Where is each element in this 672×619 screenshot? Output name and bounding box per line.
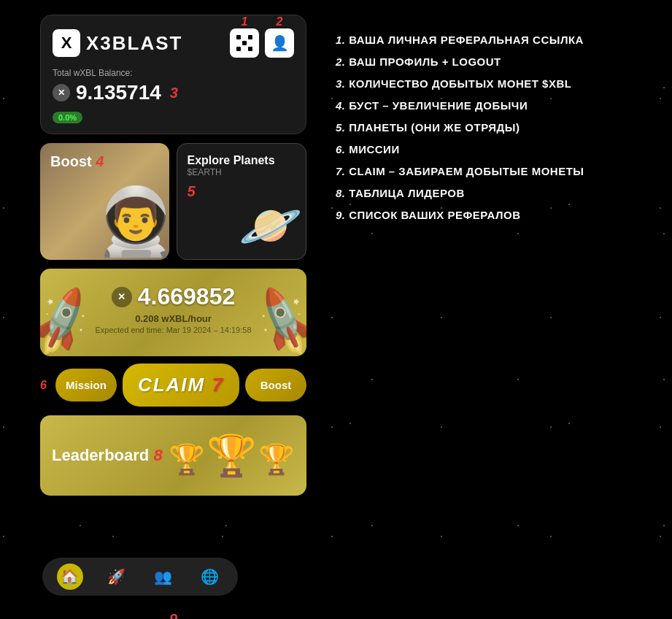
qr-icon (236, 35, 252, 51)
qr-cell (248, 35, 252, 39)
instr-num: 9. (336, 209, 346, 221)
qr-button-wrapper: 1 (230, 28, 259, 58)
planet-icon: 🪐 (239, 196, 302, 255)
instruction-item: 3. КОЛИЧЕСТВО ДОБЫТЫХ МОНЕТ $XBL (336, 73, 657, 95)
action-row: 6 Mission CLAIM 7 Boost (40, 364, 306, 407)
percent-badge: 0.0% (53, 110, 294, 123)
instr-num: 1. (336, 34, 346, 46)
instruction-item: 1. ВАША ЛИЧНАЯ РЕФЕРАЛЬНАЯ ССЫЛКА (336, 29, 657, 51)
num3-badge: 3 (170, 85, 178, 101)
boost-action-button[interactable]: Boost (245, 369, 306, 401)
instr-num: 4. (336, 99, 346, 112)
instr-num: 6. (336, 143, 346, 155)
instr-num: 8. (336, 187, 346, 199)
astronaut-icon: 👨‍🚀 (95, 183, 169, 260)
profile-button-wrapper: 2 👤 (265, 28, 294, 58)
boost-title: Boost 4 (50, 153, 159, 170)
num2-badge: 2 (277, 15, 283, 28)
num6-badge: 6 (40, 379, 47, 392)
trophy-bronze-icon: 🏆 (258, 442, 295, 477)
logo-icon: X (53, 29, 80, 57)
nav-home[interactable]: 🏠 (57, 564, 83, 590)
nav-users[interactable]: 👥 (150, 564, 177, 590)
instructions-list: 1. ВАША ЛИЧНАЯ РЕФЕРАЛЬНАЯ ССЫЛКА2. ВАШ … (336, 29, 657, 226)
instr-num: 7. (336, 165, 346, 177)
num9-badge: 9 (169, 611, 177, 619)
instruction-item: 5. ПЛАНЕТЫ (ОНИ ЖЕ ОТРЯДЫ) (336, 117, 657, 139)
instr-num: 2. (336, 55, 346, 68)
claim-label: CLAIM (138, 374, 205, 396)
instructions-panel: 1. ВАША ЛИЧНАЯ РЕФЕРАЛЬНАЯ ССЫЛКА2. ВАШ … (336, 29, 657, 226)
qr-button[interactable] (230, 28, 259, 58)
planet-num: 5 (188, 183, 196, 199)
num1-badge: 1 (242, 15, 248, 28)
explore-subtitle: $EARTH (188, 167, 296, 177)
instruction-item: 9. СПИСОК ВАШИХ РЕФЕРАЛОВ (336, 204, 657, 226)
left-panel: X X3BLAST 1 (40, 15, 306, 504)
logo: X X3BLAST (53, 29, 182, 57)
trophies: 🏆 🏆 🏆 (169, 432, 295, 480)
leaderboard-card[interactable]: Leaderboard 8 🏆 🏆 🏆 (40, 415, 306, 496)
leaderboard-num: 8 (153, 446, 162, 464)
balance-row: ✕ 9.135714 3 (53, 81, 294, 104)
instruction-item: 4. БУСТ – УВЕЛИЧЕНИЕ ДОБЫЧИ (336, 95, 657, 117)
boost-num: 4 (96, 153, 104, 169)
qr-cell (242, 41, 247, 45)
mission-button[interactable]: Mission (55, 369, 117, 401)
mining-card: 🚀 ✕ 4.669852 0.208 wXBL/hour Expected en… (40, 269, 306, 356)
balance-label: Total wXBL Balance: (53, 68, 294, 78)
logo-text: X3BLAST (86, 32, 182, 55)
balance-value: 9.135714 (76, 81, 161, 104)
mining-value: 4.669852 (138, 283, 235, 310)
instr-num: 5. (336, 121, 346, 134)
qr-cell (242, 47, 247, 51)
nav-rocket[interactable]: 🚀 (104, 564, 130, 590)
qr-cell (236, 41, 241, 45)
leaderboard-label: Leaderboard (52, 446, 149, 464)
bottom-nav: 🏠 🚀 👥 🌐 (42, 558, 238, 596)
qr-cell (236, 47, 241, 51)
wallet-card: X X3BLAST 1 (40, 15, 306, 134)
qr-cell (242, 35, 247, 39)
header-icons: 1 (230, 28, 294, 58)
nav-globe[interactable]: 🌐 (197, 564, 223, 590)
instruction-item: 7. CLAIM – ЗАБИРАЕМ ДОБЫТЫЕ МОНЕТЫ (336, 161, 657, 182)
claim-num: 7 (212, 374, 224, 396)
claim-button[interactable]: CLAIM 7 (123, 364, 239, 407)
boost-label: Boost (50, 153, 92, 169)
instruction-item: 8. ТАБЛИЦА ЛИДЕРОВ (336, 182, 657, 204)
instruction-item: 6. МИССИИ (336, 139, 657, 161)
leaderboard-title-container: Leaderboard 8 (52, 446, 163, 465)
profile-button[interactable]: 👤 (265, 28, 294, 58)
person-icon: 👤 (271, 34, 289, 52)
boost-card[interactable]: Boost 4 👨‍🚀 (40, 143, 169, 260)
percent-value: 0.0% (53, 112, 82, 123)
qr-cell (236, 35, 241, 39)
qr-cell (248, 47, 252, 51)
instruction-item: 2. ВАШ ПРОФИЛЬ + LOGOUT (336, 51, 657, 73)
qr-cell (248, 41, 252, 45)
trophy-gold-icon: 🏆 (206, 432, 257, 480)
mining-xbl-icon: ✕ (112, 287, 132, 307)
explore-title: Explore Planets (188, 154, 296, 167)
xbl-icon: ✕ (53, 84, 70, 101)
instr-num: 3. (336, 77, 346, 90)
explore-card[interactable]: Explore Planets $EARTH 5 🪐 (177, 143, 307, 260)
trophy-silver-icon: 🏆 (169, 442, 205, 477)
leaderboard-title: Leaderboard 8 (52, 446, 163, 464)
card-header: X X3BLAST 1 (53, 28, 294, 58)
middle-row: Boost 4 👨‍🚀 Explore Planets $EARTH 5 🪐 (40, 143, 306, 260)
